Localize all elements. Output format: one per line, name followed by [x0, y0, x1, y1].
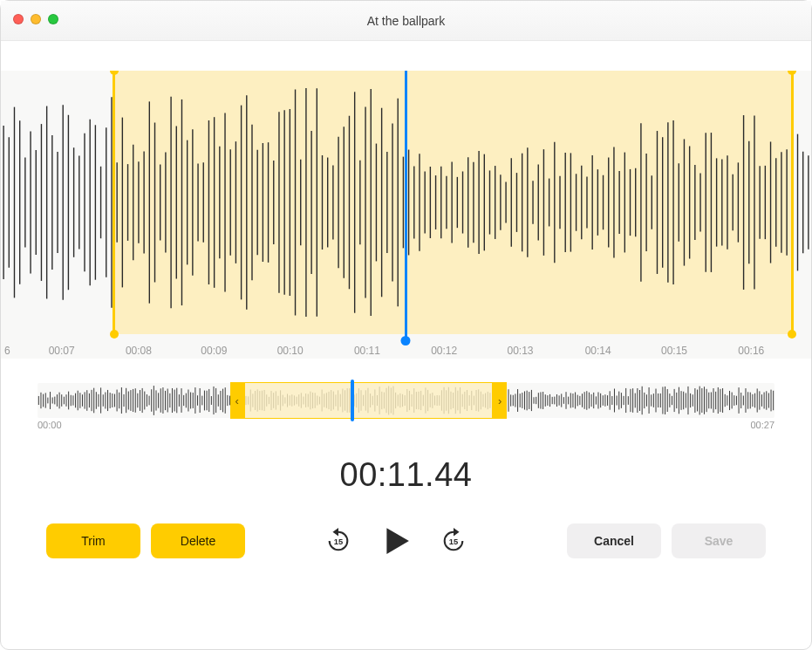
- trim-handle-end[interactable]: [791, 71, 794, 334]
- dialog-buttons: Cancel Save: [567, 523, 766, 558]
- overview-start-time: 00:00: [38, 420, 62, 430]
- skip-back-icon: 15: [325, 528, 351, 554]
- controls-row: Trim Delete 15: [1, 494, 811, 558]
- overview-time-labels: 00:00 00:27: [38, 420, 774, 435]
- trim-button[interactable]: Trim: [46, 523, 140, 558]
- overview-trim-handle-end[interactable]: ›: [493, 382, 507, 419]
- time-tick: 6: [4, 345, 10, 357]
- overview-end-time: 00:27: [750, 420, 774, 430]
- play-button[interactable]: [381, 526, 411, 556]
- editor-content: 600:0700:0800:0900:1000:1100:1200:1300:1…: [1, 41, 811, 649]
- skip-back-15-button[interactable]: 15: [325, 528, 351, 554]
- svg-marker-470: [332, 528, 338, 536]
- time-tick: 00:08: [126, 345, 152, 357]
- minimize-window-button[interactable]: [31, 14, 41, 24]
- save-button[interactable]: Save: [672, 523, 766, 558]
- cancel-button[interactable]: Cancel: [567, 523, 661, 558]
- skip-forward-15-button[interactable]: 15: [440, 528, 467, 554]
- trim-handle-start[interactable]: [113, 71, 115, 334]
- close-window-button[interactable]: [13, 14, 24, 24]
- time-tick: 00:09: [201, 345, 227, 357]
- time-ruler: 600:0700:0800:0900:1000:1100:1200:1300:1…: [1, 334, 811, 359]
- delete-button[interactable]: Delete: [151, 523, 245, 558]
- zoom-window-button[interactable]: [48, 14, 58, 24]
- play-icon: [381, 526, 411, 556]
- time-tick: 00:14: [585, 345, 611, 357]
- voice-memo-editor: At the ballpark 600:0700:0800:0900:1000:…: [0, 0, 812, 650]
- detail-waveform[interactable]: 600:0700:0800:0900:1000:1100:1200:1300:1…: [1, 71, 811, 359]
- svg-text:15: 15: [448, 537, 457, 546]
- svg-marker-472: [386, 528, 409, 554]
- time-tick: 00:15: [661, 345, 687, 357]
- time-tick: 00:16: [738, 345, 764, 357]
- current-time-display: 00:11.44: [1, 456, 811, 494]
- playhead[interactable]: [405, 71, 407, 341]
- transport-controls: 15 15: [240, 526, 551, 556]
- skip-forward-icon: 15: [440, 528, 467, 554]
- window-title: At the ballpark: [1, 14, 811, 28]
- overview-playhead[interactable]: [351, 380, 354, 421]
- svg-marker-473: [454, 528, 460, 536]
- overview-trim-handle-start[interactable]: ‹: [230, 382, 244, 419]
- overview-waveform[interactable]: ‹ › 00:00 00:27: [38, 383, 774, 435]
- chevron-left-icon: ‹: [235, 394, 238, 407]
- time-tick: 00:12: [431, 345, 457, 357]
- overview-selection[interactable]: [244, 382, 494, 419]
- time-tick: 00:11: [354, 345, 380, 357]
- svg-text:15: 15: [333, 537, 342, 546]
- titlebar: At the ballpark: [1, 1, 811, 41]
- time-tick: 00:13: [507, 345, 533, 357]
- time-tick: 00:10: [277, 345, 304, 357]
- time-tick: 00:07: [49, 345, 75, 357]
- window-controls: [13, 14, 58, 24]
- chevron-right-icon: ›: [498, 394, 502, 407]
